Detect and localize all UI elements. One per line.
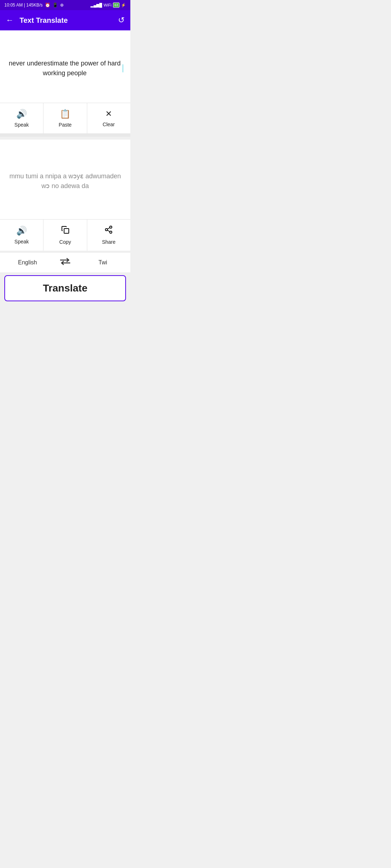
input-section: never underestimate the power of hard wo… [0,30,130,134]
svg-rect-0 [64,229,69,233]
paste-input-icon: 📋 [60,109,71,119]
clear-input-label: Clear [103,122,115,127]
speak-input-button[interactable]: 🔊 Speak [0,103,43,133]
swap-languages-button[interactable] [55,258,75,268]
input-text: never underestimate the power of hard wo… [7,59,122,78]
source-language-label: English [18,259,37,265]
source-language-button[interactable]: English [0,255,55,270]
alarm-icon: ⏰ [45,3,50,8]
charging-icon: ⚡ [121,3,126,8]
speak-output-label: Speak [14,239,29,244]
svg-point-2 [105,229,108,231]
svg-point-1 [110,226,112,228]
clear-input-button[interactable]: ✕ Clear [87,103,130,133]
output-text: mmu tumi a nnipa a wɔyɛ adwumaden wɔ no … [6,171,125,191]
svg-line-4 [108,230,110,232]
svg-point-3 [110,231,112,233]
text-cursor [123,64,123,72]
language-bar: English Twi [0,252,130,272]
speak-input-icon: 🔊 [16,109,27,119]
translate-button[interactable]: Translate [4,275,126,301]
section-divider [0,134,130,137]
share-output-button[interactable]: Share [87,220,130,251]
output-section: mmu tumi a nnipa a wɔyɛ adwumaden wɔ no … [0,140,130,251]
battery-indicator: 63 [113,3,119,8]
signal-icon: ▂▄▆█ [91,3,102,8]
back-button[interactable]: ← [6,16,14,25]
share-output-icon [104,225,113,236]
input-action-row: 🔊 Speak 📋 Paste ✕ Clear [0,103,130,133]
paste-input-button[interactable]: 📋 Paste [43,103,87,133]
share-output-label: Share [102,239,115,245]
whatsapp-icon: 📱 [52,3,58,8]
target-language-button[interactable]: Twi [75,255,130,270]
history-button[interactable]: ↺ [118,16,125,25]
speak-input-label: Speak [14,122,29,128]
translate-button-label: Translate [43,282,88,294]
output-action-row: 🔊 Speak Copy Share [0,219,130,251]
swap-icon [60,258,70,268]
app-bar: ← Text Translate ↺ [0,10,130,30]
paste-input-label: Paste [59,122,72,128]
wifi-icon: WiFi [104,3,112,7]
speak-output-icon: 🔊 [16,226,27,236]
status-bar: 10:05 AM | 145KB/s ⏰ 📱 ⊕ ▂▄▆█ WiFi 63 ⚡ [0,0,130,10]
status-time: 10:05 AM | 145KB/s [4,3,43,8]
clear-input-icon: ✕ [105,109,112,119]
input-text-area[interactable]: never underestimate the power of hard wo… [0,30,130,103]
copy-output-button[interactable]: Copy [43,220,87,251]
page-title: Text Translate [20,16,118,25]
copy-output-icon [61,225,70,236]
svg-line-5 [108,228,110,229]
vpn-icon: ⊕ [60,3,64,8]
status-left: 10:05 AM | 145KB/s ⏰ 📱 ⊕ [4,3,64,8]
copy-output-label: Copy [59,239,71,245]
status-right: ▂▄▆█ WiFi 63 ⚡ [91,3,126,8]
target-language-label: Twi [98,259,107,265]
speak-output-button[interactable]: 🔊 Speak [0,220,43,251]
output-text-area: mmu tumi a nnipa a wɔyɛ adwumaden wɔ no … [0,140,130,219]
